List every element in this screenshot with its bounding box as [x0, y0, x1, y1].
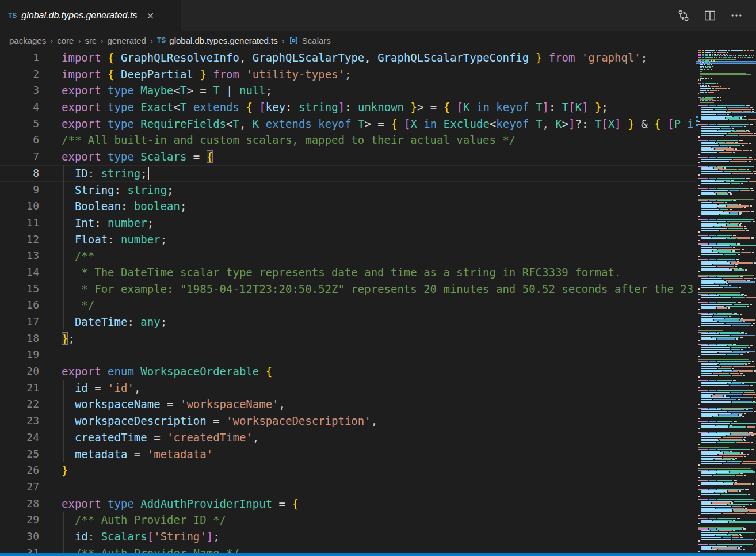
code-line[interactable]: 6/** All built-in and custom scalars, ma… [0, 132, 696, 148]
indent-guide [63, 215, 64, 231]
code-line[interactable]: 21 id = 'id', [0, 380, 696, 397]
code-line[interactable]: 1import { GraphQLResolveInfo, GraphQLSca… [0, 49, 696, 66]
line-number[interactable]: 29 [0, 512, 52, 528]
indent-guide [63, 247, 64, 264]
code-line[interactable]: 22 workspaceName = 'workspaceName', [0, 396, 696, 413]
line-number[interactable]: 10 [0, 198, 52, 215]
code-line[interactable]: 12 Float: number; [0, 231, 696, 248]
close-icon[interactable] [144, 9, 156, 22]
code-line[interactable]: 4export type Exact<T extends { [key: str… [0, 99, 696, 116]
code-line-text: /** Auth Provider Name */ [52, 545, 696, 553]
line-number[interactable]: 13 [0, 247, 52, 264]
code-line[interactable]: 13 /** [0, 247, 696, 264]
code-line-text: createdTime = 'createdTime', [52, 429, 696, 446]
minimap[interactable] [696, 49, 756, 553]
line-number[interactable]: 23 [0, 413, 52, 429]
line-number[interactable]: 18 [0, 330, 52, 347]
status-bar[interactable] [0, 553, 756, 556]
breadcrumb-label: core [57, 36, 74, 45]
code-line[interactable]: 16 */ [0, 297, 696, 314]
indent-guide [63, 446, 64, 463]
line-number[interactable]: 19 [0, 346, 52, 363]
tab-title: global.db.types.generated.ts [21, 10, 137, 21]
breadcrumb-item[interactable]: TSglobal.db.types.generated.ts [157, 36, 278, 45]
code-line[interactable]: 10 Boolean: boolean; [0, 198, 696, 215]
line-number[interactable]: 12 [0, 231, 52, 248]
editor-tab-bar: TS global.db.types.generated.ts [0, 0, 756, 31]
line-number[interactable]: 14 [0, 264, 52, 281]
line-number[interactable]: 17 [0, 314, 52, 330]
code-line[interactable]: 27 [0, 479, 696, 496]
code-line-text: import { GraphQLResolveInfo, GraphQLScal… [52, 49, 696, 66]
typescript-file-icon: TS [157, 36, 166, 44]
line-number[interactable]: 20 [0, 363, 52, 380]
line-number[interactable]: 30 [0, 528, 52, 545]
code-area: 1import { GraphQLResolveInfo, GraphQLSca… [0, 49, 696, 553]
line-number[interactable]: 9 [0, 182, 52, 199]
more-actions-icon[interactable] [727, 6, 746, 25]
code-line[interactable]: 3export type Maybe<T> = T | null; [0, 82, 696, 99]
code-line-text [52, 346, 696, 363]
code-line[interactable]: 7export type Scalars = { [0, 148, 696, 165]
indent-guide [77, 297, 77, 314]
code-line[interactable]: 18}; [0, 330, 696, 347]
line-number[interactable]: 22 [0, 396, 52, 413]
line-number[interactable]: 27 [0, 479, 52, 496]
code-line[interactable]: 28export type AddAuthProviderInput = { [0, 496, 696, 512]
code-line[interactable]: 2import { DeepPartial } from 'utility-ty… [0, 66, 696, 83]
code-line[interactable]: 24 createdTime = 'createdTime', [0, 429, 696, 446]
line-number[interactable]: 21 [0, 380, 52, 397]
breadcrumb-item[interactable]: Scalars [289, 36, 331, 45]
code-line[interactable]: 26} [0, 462, 696, 479]
line-number[interactable]: 3 [0, 82, 52, 99]
code-line[interactable]: 5export type RequireFields<T, K extends … [0, 116, 696, 132]
line-number[interactable]: 25 [0, 446, 52, 463]
line-number[interactable]: 2 [0, 66, 52, 83]
open-changes-icon[interactable] [674, 6, 693, 25]
indent-guide [63, 314, 64, 330]
split-editor-icon[interactable] [701, 6, 719, 25]
breadcrumb-item[interactable]: src [85, 36, 96, 45]
breadcrumb-label: global.db.types.generated.ts [169, 36, 277, 45]
line-number[interactable]: 7 [0, 148, 52, 165]
line-number[interactable]: 28 [0, 496, 52, 512]
line-number[interactable]: 5 [0, 116, 52, 132]
code-line-text: /** [52, 247, 696, 264]
code-line[interactable]: 11 Int: number; [0, 215, 696, 231]
code-line[interactable]: 8 ID: string; [0, 165, 696, 182]
symbol-type-icon [289, 36, 299, 45]
code-line[interactable]: 30 id: Scalars['String']; [0, 528, 696, 545]
breadcrumb-item[interactable]: packages [9, 36, 46, 45]
breadcrumb-item[interactable]: core [57, 36, 74, 45]
code-line[interactable]: 20export enum WorkspaceOrderable { [0, 363, 696, 380]
line-number[interactable]: 26 [0, 462, 52, 479]
line-number[interactable]: 31 [0, 545, 52, 553]
code-line[interactable]: 31 /** Auth Provider Name */ [0, 545, 696, 553]
breadcrumb-item[interactable]: generated [107, 36, 146, 45]
line-number[interactable]: 15 [0, 281, 52, 298]
code-line-text: id: Scalars['String']; [52, 528, 696, 545]
indent-guide [63, 545, 64, 553]
line-number[interactable]: 16 [0, 297, 52, 314]
code-line[interactable]: 14 * The DateTime scalar type represents… [0, 264, 696, 281]
code-line[interactable]: 15 * For example: "1985-04-12T23:20:50.5… [0, 281, 696, 298]
line-number[interactable]: 8 [0, 165, 52, 182]
line-number[interactable]: 24 [0, 429, 52, 446]
breadcrumb-label: generated [107, 36, 146, 45]
code-line[interactable]: 17 DateTime: any; [0, 314, 696, 330]
code-line-text: id = 'id', [52, 380, 696, 397]
line-number[interactable]: 4 [0, 99, 52, 116]
code-line[interactable]: 9 String: string; [0, 182, 696, 199]
line-number[interactable]: 6 [0, 132, 52, 148]
code-line[interactable]: 23 workspaceDescription = 'workspaceDesc… [0, 413, 696, 429]
code-line[interactable]: 19 [0, 346, 696, 363]
code-line-text: Float: number; [52, 231, 696, 248]
code-line[interactable]: 29 /** Auth Provider ID */ [0, 512, 696, 528]
line-number[interactable]: 11 [0, 215, 52, 231]
code-line-text: String: string; [52, 182, 696, 199]
line-number[interactable]: 1 [0, 49, 52, 66]
code-line[interactable]: 25 metadata = 'metadata' [0, 446, 696, 463]
code-editor[interactable]: 1import { GraphQLResolveInfo, GraphQLSca… [0, 49, 756, 553]
breadcrumb-separator-icon: › [150, 36, 153, 45]
tab-global-db-types-generated-ts[interactable]: TS global.db.types.generated.ts [0, 0, 181, 31]
